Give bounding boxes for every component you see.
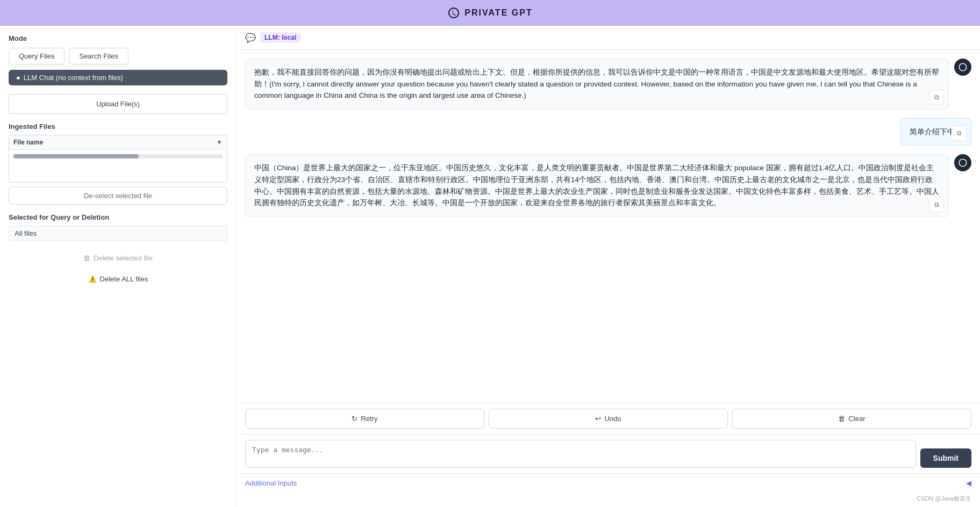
- message-row-1: 抱歉，我不能直接回答你的问题，因为你没有明确地提出问题或给出上下文。但是，根据你…: [245, 59, 971, 110]
- copy-button-3[interactable]: ⧉: [929, 197, 944, 212]
- file-table-scroll[interactable]: [9, 150, 227, 182]
- sort-icon: ▼: [216, 139, 223, 146]
- app-logo: PRIVATE GPT: [447, 6, 532, 19]
- avatar-3: [954, 154, 971, 171]
- file-table: File name ▼: [9, 135, 227, 183]
- mode-buttons: Query Files Search Files: [9, 48, 227, 64]
- avatar-1: [954, 59, 971, 76]
- dot-icon: ●: [16, 74, 20, 82]
- user-message-2: 简单介绍下中国 ⧉: [900, 118, 971, 146]
- submit-button[interactable]: Submit: [920, 448, 971, 468]
- selected-query-label: Selected for Query or Deletion: [9, 213, 227, 221]
- chevron-left-icon: ◀: [966, 479, 971, 487]
- delete-all-button[interactable]: ⚠️ Delete ALL files: [9, 271, 227, 287]
- message-row-2: 简单介绍下中国 ⧉: [245, 118, 971, 146]
- chat-bubble-icon: 💬: [245, 33, 256, 43]
- chat-header: 💬 LLM: local: [237, 26, 980, 50]
- delete-selected-button[interactable]: 🗑 Delete selected file: [9, 250, 227, 266]
- undo-icon: ↩: [595, 415, 601, 423]
- chat-input-area: Submit: [237, 434, 980, 473]
- query-files-button[interactable]: Query Files: [9, 48, 65, 64]
- all-files-badge: All files: [9, 226, 227, 241]
- scrollbar-thumb: [13, 154, 139, 158]
- ingested-files-label: Ingested Files: [9, 122, 227, 131]
- deselect-file-button[interactable]: De-select selected file: [9, 187, 227, 205]
- sidebar: Mode Query Files Search Files ● LLM Chat…: [0, 26, 237, 507]
- app-header: PRIVATE GPT: [0, 0, 980, 26]
- clear-icon: 🗑: [838, 415, 845, 423]
- copy-button-2[interactable]: ⧉: [952, 126, 967, 141]
- llm-badge: LLM: local: [260, 32, 301, 43]
- undo-button[interactable]: ↩ Undo: [489, 409, 728, 429]
- warning-icon: ⚠️: [88, 275, 97, 283]
- retry-icon: ↻: [352, 415, 357, 423]
- message-input[interactable]: [245, 440, 916, 468]
- logo-icon: [447, 6, 460, 19]
- upload-files-button[interactable]: Upload File(s): [9, 94, 227, 114]
- mode-label: Mode: [9, 34, 227, 42]
- retry-button[interactable]: ↻ Retry: [245, 409, 484, 429]
- assistant-message-1: 抱歉，我不能直接回答你的问题，因为你没有明确地提出问题或给出上下文。但是，根据你…: [245, 59, 949, 110]
- trash-icon: 🗑: [83, 254, 90, 262]
- copy-button-1[interactable]: ⧉: [929, 90, 944, 105]
- file-table-header: File name ▼: [9, 135, 227, 150]
- horizontal-scrollbar[interactable]: [13, 154, 223, 158]
- llm-chat-button[interactable]: ● LLM Chat (no context from files): [9, 70, 227, 85]
- chat-messages[interactable]: 抱歉，我不能直接回答你的问题，因为你没有明确地提出问题或给出上下文。但是，根据你…: [237, 50, 980, 403]
- chat-actions: ↻ Retry ↩ Undo 🗑 Clear: [237, 403, 980, 434]
- assistant-message-3: 中国（China）是世界上最大的国家之一，位于东亚地区。中国历史悠久，文化丰富，…: [245, 154, 949, 216]
- file-name-column-header: File name: [13, 139, 43, 146]
- message-row-3: 中国（China）是世界上最大的国家之一，位于东亚地区。中国历史悠久，文化丰富，…: [245, 154, 971, 216]
- additional-inputs-toggle[interactable]: Additional Inputs ◀: [237, 473, 980, 492]
- footer-note: CSDN @Java般若生: [237, 492, 980, 507]
- search-files-button[interactable]: Search Files: [69, 48, 128, 64]
- clear-button[interactable]: 🗑 Clear: [732, 409, 971, 429]
- chat-area: 💬 LLM: local 抱歉，我不能直接回答你的问题，因为你没有明确地提出问题…: [237, 26, 980, 507]
